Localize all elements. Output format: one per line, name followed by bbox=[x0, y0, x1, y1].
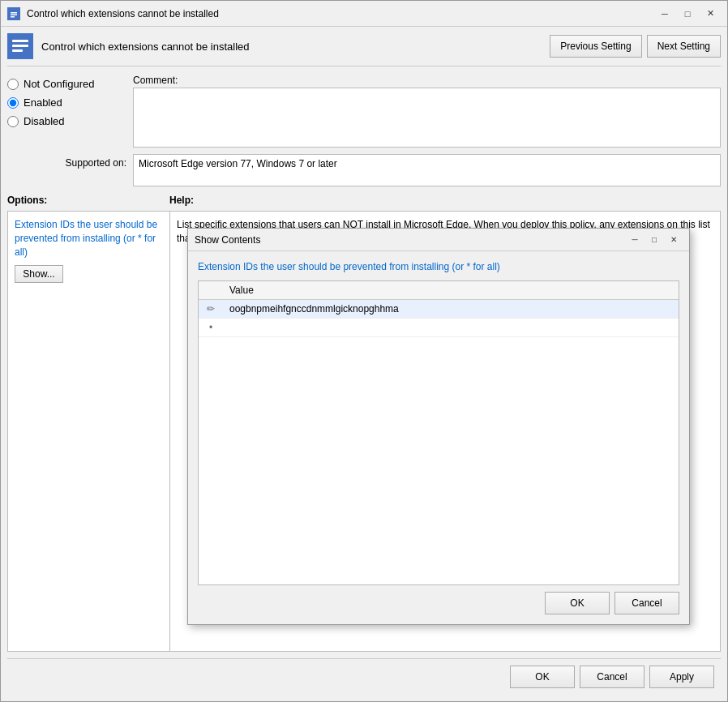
disabled-option[interactable]: Disabled bbox=[7, 115, 133, 127]
help-heading: Help: bbox=[169, 195, 721, 206]
show-button[interactable]: Show... bbox=[15, 265, 63, 283]
table-row-empty: • bbox=[199, 319, 679, 337]
comment-label: Comment: bbox=[133, 75, 721, 86]
row-value-cell[interactable] bbox=[223, 300, 679, 319]
bottom-bar: OK Cancel Apply bbox=[7, 658, 721, 695]
policy-title: Control which extensions cannot be insta… bbox=[41, 41, 550, 53]
dialog-description: Extension IDs the user should be prevent… bbox=[198, 261, 679, 272]
not-configured-radio[interactable] bbox=[7, 79, 19, 90]
dialog-bottom-buttons: OK Cancel bbox=[198, 585, 679, 614]
row-empty-cell[interactable] bbox=[223, 319, 679, 337]
disabled-label: Disabled bbox=[24, 115, 65, 127]
supported-label: Supported on: bbox=[7, 154, 133, 169]
enabled-label: Enabled bbox=[24, 96, 62, 109]
dialog-cancel-button[interactable]: Cancel bbox=[615, 592, 679, 614]
dialog-table: Value ✏ • bbox=[199, 281, 679, 337]
radio-comment-row: Not Configured Enabled Disabled Comment: bbox=[7, 75, 721, 148]
app-icon bbox=[7, 7, 20, 20]
supported-value: Microsoft Edge version 77, Windows 7 or … bbox=[133, 154, 721, 186]
options-panel: Extension IDs the user should be prevent… bbox=[8, 212, 170, 651]
value-input-2[interactable] bbox=[226, 320, 675, 335]
svg-rect-3 bbox=[11, 16, 15, 18]
not-configured-option[interactable]: Not Configured bbox=[7, 78, 133, 90]
options-description: Extension IDs the user should be prevent… bbox=[15, 218, 163, 259]
comment-wrapper bbox=[133, 88, 721, 148]
window-controls: ─ □ ✕ bbox=[654, 5, 721, 23]
ok-button[interactable]: OK bbox=[510, 666, 575, 688]
dialog-minimize-button[interactable]: ─ bbox=[626, 233, 644, 247]
index-column-header bbox=[199, 281, 223, 300]
restore-button[interactable]: □ bbox=[677, 5, 698, 23]
svg-rect-5 bbox=[12, 40, 28, 42]
dialog-title: Show Contents bbox=[195, 234, 626, 246]
dialog-title-bar: Show Contents ─ □ ✕ bbox=[188, 229, 689, 251]
row-edit-icon: ✏ bbox=[199, 300, 223, 319]
not-configured-label: Not Configured bbox=[24, 78, 94, 90]
disabled-radio[interactable] bbox=[7, 116, 19, 127]
cancel-button[interactable]: Cancel bbox=[580, 666, 644, 688]
options-heading: Options: bbox=[7, 195, 169, 206]
next-setting-button[interactable]: Next Setting bbox=[647, 35, 721, 58]
table-row: ✏ bbox=[199, 300, 679, 319]
comment-section: Comment: bbox=[133, 75, 721, 148]
radio-group: Not Configured Enabled Disabled bbox=[7, 75, 133, 148]
dialog-table-container[interactable]: Value ✏ • bbox=[198, 280, 679, 585]
svg-rect-7 bbox=[12, 49, 23, 52]
dialog-ok-button[interactable]: OK bbox=[545, 592, 610, 614]
header-row: Control which extensions cannot be insta… bbox=[7, 33, 721, 66]
policy-icon bbox=[7, 33, 33, 59]
apply-button[interactable]: Apply bbox=[649, 666, 714, 688]
dialog-close-button[interactable]: ✕ bbox=[665, 233, 683, 247]
dialog-content: Extension IDs the user should be prevent… bbox=[188, 251, 689, 624]
navigation-buttons: Previous Setting Next Setting bbox=[550, 35, 721, 58]
enabled-radio[interactable] bbox=[7, 97, 19, 109]
comment-textarea[interactable] bbox=[133, 88, 721, 148]
dialog-restore-button[interactable]: □ bbox=[645, 233, 663, 247]
enabled-option[interactable]: Enabled bbox=[7, 96, 133, 109]
window-title: Control which extensions cannot be insta… bbox=[27, 8, 654, 19]
value-column-header: Value bbox=[223, 281, 679, 300]
title-bar: Control which extensions cannot be insta… bbox=[1, 1, 727, 27]
svg-rect-6 bbox=[12, 45, 28, 47]
minimize-button[interactable]: ─ bbox=[654, 5, 675, 23]
previous-setting-button[interactable]: Previous Setting bbox=[550, 35, 641, 58]
svg-rect-2 bbox=[11, 14, 17, 15]
dialog-controls: ─ □ ✕ bbox=[626, 233, 683, 247]
close-button[interactable]: ✕ bbox=[700, 5, 721, 23]
options-help-labels: Options: Help: bbox=[7, 195, 721, 206]
svg-rect-1 bbox=[11, 12, 17, 14]
row-bullet-icon: • bbox=[199, 319, 223, 337]
supported-row: Supported on: Microsoft Edge version 77,… bbox=[7, 154, 721, 186]
value-input-1[interactable] bbox=[226, 302, 675, 316]
main-window: Control which extensions cannot be insta… bbox=[0, 0, 728, 702]
show-contents-dialog: Show Contents ─ □ ✕ Extension IDs the us… bbox=[187, 228, 690, 625]
